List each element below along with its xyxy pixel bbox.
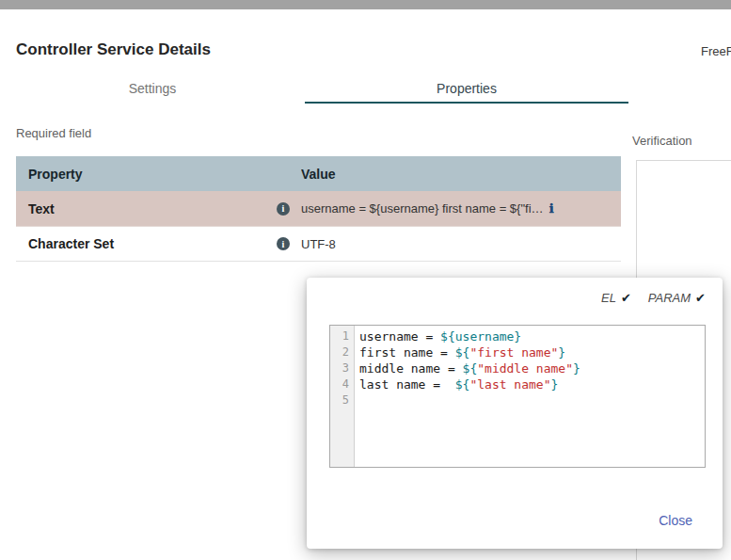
active-tab-underline: [305, 102, 628, 104]
value-code-editor[interactable]: 12345 username = ${username}first name =…: [329, 325, 706, 468]
line-number: 3: [330, 360, 354, 376]
tab-bar: Settings Properties: [0, 73, 628, 104]
property-name: Text: [28, 201, 55, 216]
dialog-title: Controller Service Details: [16, 40, 211, 59]
badge-label: EL: [601, 291, 616, 305]
property-value: UTF-8: [301, 237, 336, 251]
column-header-property: Property: [28, 167, 83, 182]
info-icon[interactable]: i: [277, 237, 290, 250]
code-line[interactable]: [359, 392, 705, 408]
property-cell: Character Set i: [16, 227, 301, 261]
value-editor-popup: EL ✔ PARAM ✔ 12345 username = ${username…: [307, 278, 723, 549]
controller-service-details-dialog: Controller Service Details FreeF Setting…: [0, 0, 731, 560]
verification-label: Verification: [632, 134, 692, 148]
property-name: Character Set: [28, 236, 114, 251]
table-row-text[interactable]: Text i username = ${username} first name…: [16, 191, 621, 227]
value-info-icon[interactable]: ℹ: [549, 201, 554, 216]
el-supported-badge: EL ✔: [601, 291, 631, 305]
table-header-row: Property Value: [16, 156, 621, 191]
editor-badges: EL ✔ PARAM ✔: [601, 291, 706, 305]
close-button[interactable]: Close: [659, 513, 692, 528]
info-icon[interactable]: i: [277, 202, 290, 216]
check-icon: ✔: [621, 291, 631, 305]
required-field-label: Required field: [16, 126, 91, 140]
value-cell: username = ${username} first name = ${"f…: [301, 191, 621, 226]
line-number: 5: [330, 392, 354, 408]
code-line[interactable]: middle name = ${"middle name"}: [359, 360, 705, 376]
line-number: 1: [330, 328, 354, 344]
column-header-value: Value: [301, 167, 336, 182]
line-number: 4: [330, 376, 354, 392]
check-icon: ✔: [695, 291, 706, 305]
table-row-character-set[interactable]: Character Set i UTF-8: [16, 227, 621, 262]
line-number: 2: [330, 344, 354, 360]
param-supported-badge: PARAM ✔: [648, 291, 706, 305]
badge-label: PARAM: [648, 291, 691, 305]
properties-table: Property Value Text i username = ${usern…: [16, 156, 621, 262]
tab-properties[interactable]: Properties: [305, 73, 628, 104]
property-cell: Text i: [16, 191, 301, 226]
code-line[interactable]: username = ${username}: [359, 328, 705, 344]
code-line[interactable]: first name = ${"first name"}: [359, 344, 705, 360]
property-value: username = ${username} first name = ${"f…: [301, 201, 544, 216]
header-cell-property: Property: [16, 156, 301, 191]
window-top-bar: [0, 0, 731, 9]
service-type-label: FreeF: [701, 44, 731, 58]
header-cell-value: Value: [301, 156, 621, 191]
editor-code[interactable]: username = ${username}first name = ${"fi…: [355, 326, 705, 467]
value-cell: UTF-8: [301, 227, 621, 261]
editor-gutter: 12345: [330, 326, 355, 467]
tab-settings[interactable]: Settings: [0, 73, 305, 104]
code-line[interactable]: last name = ${"last name"}: [359, 376, 705, 392]
